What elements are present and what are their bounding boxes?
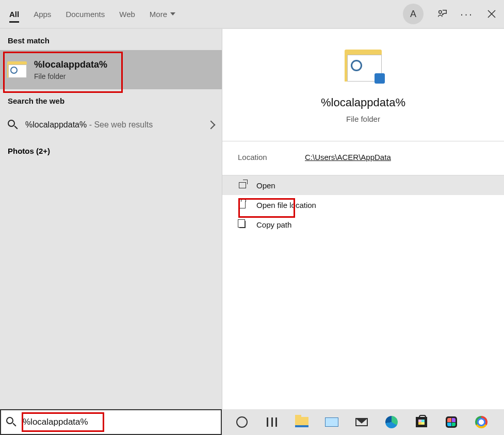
details-top: %localappdata% File folder <box>222 29 504 123</box>
tab-more[interactable]: More <box>150 2 175 27</box>
feedback-icon[interactable] <box>436 8 448 20</box>
bottom-bar <box>0 409 504 435</box>
action-open[interactable]: Open <box>222 175 504 195</box>
web-result-term: %localappdata% <box>25 120 87 129</box>
figma-icon[interactable] <box>443 413 460 431</box>
web-result-left: %localappdata% - See web results <box>8 120 153 130</box>
tabs-right: A ··· <box>403 4 498 24</box>
task-view-icon[interactable] <box>263 413 281 431</box>
search-box[interactable] <box>0 409 222 435</box>
action-copy-path-label: Copy path <box>256 220 291 229</box>
action-open-location-label: Open file location <box>256 201 316 210</box>
search-icon <box>6 417 17 427</box>
folder-large-icon <box>345 50 382 82</box>
chrome-icon[interactable] <box>473 413 490 431</box>
open-location-icon <box>238 200 247 210</box>
best-match-subtitle: File folder <box>34 72 107 80</box>
tab-more-label: More <box>150 10 167 19</box>
cortana-icon[interactable] <box>233 413 251 431</box>
location-path[interactable]: C:\Users\ACER\AppData <box>305 153 391 162</box>
web-result-item[interactable]: %localappdata% - See web results <box>0 110 222 139</box>
copy-icon <box>238 220 247 229</box>
details-title: %localappdata% <box>222 96 504 109</box>
details-subtitle: File folder <box>222 115 504 123</box>
avatar[interactable]: A <box>403 4 424 24</box>
best-match-text: %localappdata% File folder <box>34 59 107 80</box>
web-result-text: %localappdata% - See web results <box>25 120 153 130</box>
tab-all[interactable]: All <box>9 2 19 27</box>
mail-icon[interactable] <box>353 413 370 431</box>
web-result-rest: - See web results <box>87 120 153 129</box>
search-web-header: Search the web <box>0 89 222 110</box>
photos-header[interactable]: Photos (2+) <box>0 139 222 163</box>
keyboard-app-icon[interactable] <box>323 413 340 431</box>
chevron-right-icon <box>207 121 216 130</box>
more-options-icon[interactable]: ··· <box>461 8 473 20</box>
edge-icon[interactable] <box>383 413 400 431</box>
open-icon <box>238 181 247 190</box>
location-label: Location <box>238 153 305 162</box>
location-row: Location C:\Users\ACER\AppData <box>222 141 504 175</box>
tabs-left: All Apps Documents Web More <box>9 2 175 27</box>
best-match-title: %localappdata% <box>34 59 107 70</box>
svg-point-0 <box>439 11 442 13</box>
best-match-item[interactable]: %localappdata% File folder <box>0 50 222 89</box>
file-explorer-icon[interactable] <box>293 413 311 431</box>
tab-documents[interactable]: Documents <box>66 2 105 27</box>
close-button[interactable] <box>485 8 498 20</box>
best-match-header: Best match <box>0 29 222 50</box>
action-copy-path[interactable]: Copy path <box>222 215 504 234</box>
search-input[interactable] <box>23 417 216 427</box>
tab-apps[interactable]: Apps <box>34 2 51 27</box>
results-column: Best match %localappdata% File folder Se… <box>0 29 222 409</box>
microsoft-store-icon[interactable] <box>413 413 430 431</box>
tabs-bar: All Apps Documents Web More A ··· <box>0 0 504 29</box>
action-open-label: Open <box>256 181 275 190</box>
taskbar <box>222 409 504 435</box>
tab-web[interactable]: Web <box>119 2 135 27</box>
details-panel: %localappdata% File folder Location C:\U… <box>222 29 504 409</box>
caret-down-icon <box>170 12 175 15</box>
search-icon <box>8 120 18 130</box>
folder-icon <box>7 61 27 78</box>
action-open-location[interactable]: Open file location <box>222 195 504 215</box>
main: Best match %localappdata% File folder Se… <box>0 29 504 409</box>
